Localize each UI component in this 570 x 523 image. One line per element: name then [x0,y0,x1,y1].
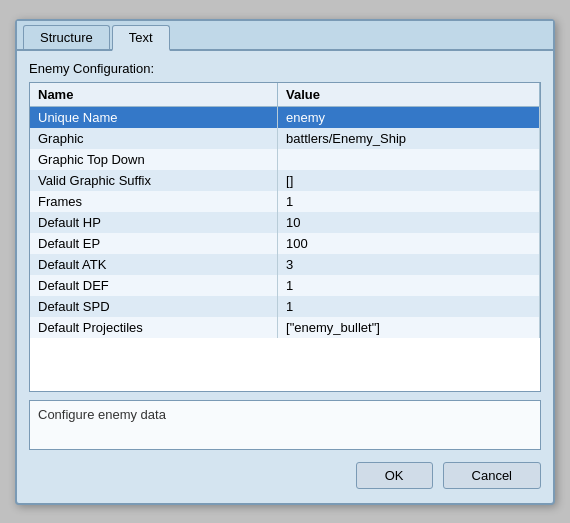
tab-text[interactable]: Text [112,25,170,51]
table-container: Name Value Unique NameenemyGraphicbattle… [29,82,541,392]
row-value: 3 [278,254,540,275]
description-box: Configure enemy data [29,400,541,450]
row-value: 100 [278,233,540,254]
row-value: ["enemy_bullet"] [278,317,540,338]
table-row[interactable]: Valid Graphic Suffix[] [30,170,540,191]
cancel-button[interactable]: Cancel [443,462,541,489]
table-scroll[interactable]: Name Value Unique NameenemyGraphicbattle… [30,83,540,391]
ok-button[interactable]: OK [356,462,433,489]
row-name: Graphic [30,128,278,149]
tab-structure[interactable]: Structure [23,25,110,49]
row-value: battlers/Enemy_Ship [278,128,540,149]
table-row[interactable]: Graphicbattlers/Enemy_Ship [30,128,540,149]
row-value: 10 [278,212,540,233]
table-row[interactable]: Default DEF1 [30,275,540,296]
row-value: 1 [278,275,540,296]
table-row[interactable]: Default Projectiles["enemy_bullet"] [30,317,540,338]
row-name: Default EP [30,233,278,254]
table-row[interactable]: Default SPD1 [30,296,540,317]
col-header-name: Name [30,83,278,107]
row-name: Frames [30,191,278,212]
row-name: Unique Name [30,106,278,128]
row-name: Default DEF [30,275,278,296]
row-name: Default HP [30,212,278,233]
col-header-value: Value [278,83,540,107]
table-row[interactable]: Graphic Top Down [30,149,540,170]
row-name: Default Projectiles [30,317,278,338]
table-row[interactable]: Default ATK3 [30,254,540,275]
table-row[interactable]: Default HP10 [30,212,540,233]
dialog-content: Enemy Configuration: Name Value Unique N… [17,51,553,503]
row-value [278,149,540,170]
row-value: 1 [278,296,540,317]
row-value: enemy [278,106,540,128]
row-value: 1 [278,191,540,212]
config-table: Name Value Unique NameenemyGraphicbattle… [30,83,540,338]
dialog: Structure Text Enemy Configuration: Name… [15,19,555,505]
table-row[interactable]: Default EP100 [30,233,540,254]
button-row: OK Cancel [29,462,541,493]
row-name: Default SPD [30,296,278,317]
row-name: Valid Graphic Suffix [30,170,278,191]
row-value: [] [278,170,540,191]
tab-bar: Structure Text [17,21,553,51]
table-row[interactable]: Frames1 [30,191,540,212]
section-label: Enemy Configuration: [29,61,541,76]
table-row[interactable]: Unique Nameenemy [30,106,540,128]
row-name: Default ATK [30,254,278,275]
row-name: Graphic Top Down [30,149,278,170]
